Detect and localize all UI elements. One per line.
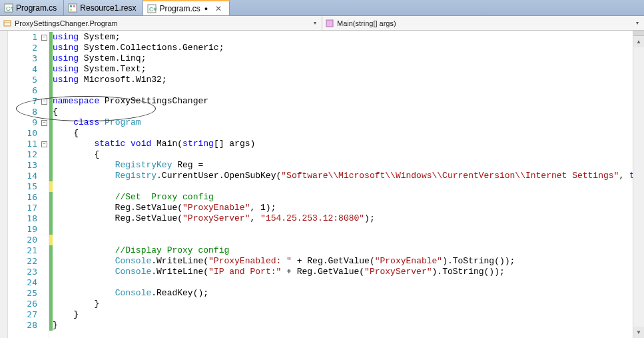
- outline-cell[interactable]: [40, 213, 49, 224]
- line-number: 19: [8, 224, 37, 235]
- line-number: 10: [8, 128, 37, 139]
- tab-program-cs-1[interactable]: C# Program.cs: [0, 0, 64, 15]
- outline-cell[interactable]: [40, 277, 49, 288]
- code-line[interactable]: {: [53, 107, 633, 117]
- outline-cell[interactable]: −: [40, 139, 49, 149]
- code-line[interactable]: {: [53, 128, 633, 139]
- tab-program-cs-active[interactable]: C# Program.cs ● ✕: [143, 0, 230, 15]
- line-number: 8: [8, 107, 37, 117]
- split-handle[interactable]: [633, 31, 644, 36]
- outline-cell[interactable]: [40, 75, 49, 85]
- outline-cell[interactable]: [40, 299, 49, 309]
- csharp-file-icon: C#: [147, 4, 157, 13]
- code-line[interactable]: Console.WriteLine("IP and Port:" + Reg.G…: [53, 267, 633, 277]
- collapse-icon[interactable]: −: [41, 35, 47, 41]
- code-line[interactable]: namespace ProxySettingsChanger: [53, 96, 633, 107]
- class-scope-dropdown[interactable]: ProxySettingsChanger.Program ▾: [0, 16, 322, 30]
- outline-cell[interactable]: [40, 171, 49, 181]
- outline-cell[interactable]: [40, 160, 49, 171]
- line-number: 6: [8, 85, 37, 96]
- code-line[interactable]: [53, 181, 633, 192]
- line-number: 5: [8, 75, 37, 85]
- outline-cell[interactable]: [40, 245, 49, 256]
- svg-rect-10: [326, 20, 333, 27]
- code-line[interactable]: using Microsoft.Win32;: [53, 75, 633, 85]
- close-icon[interactable]: ✕: [214, 5, 222, 13]
- code-line[interactable]: //Set Proxy config: [53, 192, 633, 203]
- code-line[interactable]: using System.Linq;: [53, 53, 633, 64]
- outline-cell[interactable]: −: [40, 32, 49, 43]
- line-number: 13: [8, 160, 37, 171]
- code-line[interactable]: //Display Proxy config: [53, 245, 633, 256]
- code-line[interactable]: class Program: [53, 117, 633, 128]
- outline-cell[interactable]: [40, 107, 49, 117]
- outline-cell[interactable]: [40, 288, 49, 299]
- outline-cell[interactable]: [40, 149, 49, 160]
- outline-cell[interactable]: −: [40, 117, 49, 128]
- outline-cell[interactable]: −: [40, 96, 49, 107]
- outline-cell[interactable]: [40, 64, 49, 75]
- outline-cell[interactable]: [40, 267, 49, 277]
- code-line[interactable]: }: [53, 299, 633, 309]
- scroll-down-icon[interactable]: ▼: [633, 327, 644, 338]
- scroll-track[interactable]: [633, 47, 644, 327]
- outline-cell[interactable]: [40, 256, 49, 267]
- collapse-icon[interactable]: −: [41, 120, 47, 126]
- line-number: 21: [8, 245, 37, 256]
- svg-text:C#: C#: [6, 5, 13, 12]
- code-line[interactable]: }: [53, 320, 633, 331]
- line-number: 12: [8, 149, 37, 160]
- line-number: 4: [8, 64, 37, 75]
- line-number: 2: [8, 43, 37, 53]
- outline-cell[interactable]: [40, 192, 49, 203]
- outline-cell[interactable]: [40, 320, 49, 331]
- outline-cell[interactable]: [40, 43, 49, 53]
- code-editor: 1234567891011121314151617181920212223242…: [0, 31, 644, 338]
- svg-rect-5: [70, 9, 72, 11]
- outline-cell[interactable]: [40, 309, 49, 320]
- tab-resource1-resx[interactable]: Resource1.resx: [64, 0, 143, 15]
- code-line[interactable]: using System.Collections.Generic;: [53, 43, 633, 53]
- chevron-down-icon: ▾: [311, 20, 319, 26]
- code-line[interactable]: Reg.SetValue("ProxyEnable", 1);: [53, 203, 633, 213]
- code-line[interactable]: }: [53, 309, 633, 320]
- code-line[interactable]: [53, 235, 633, 245]
- line-number: 16: [8, 192, 37, 203]
- outline-cell[interactable]: [40, 128, 49, 139]
- line-number-gutter: 1234567891011121314151617181920212223242…: [8, 31, 40, 338]
- collapse-icon[interactable]: −: [41, 99, 47, 105]
- code-line[interactable]: [53, 277, 633, 288]
- method-scope-dropdown[interactable]: Main(string[] args) ▾: [322, 16, 644, 30]
- code-line[interactable]: Registry.CurrentUser.OpenSubKey("Softwar…: [53, 171, 633, 181]
- outline-cell[interactable]: [40, 53, 49, 64]
- outline-cell[interactable]: [40, 181, 49, 192]
- line-number: 17: [8, 203, 37, 213]
- dirty-indicator-icon: ●: [204, 5, 208, 12]
- code-line[interactable]: RegistryKey Reg =: [53, 160, 633, 171]
- outline-cell[interactable]: [40, 235, 49, 245]
- line-number: 23: [8, 267, 37, 277]
- csharp-file-icon: C#: [4, 3, 13, 13]
- breakpoint-margin[interactable]: [0, 31, 8, 338]
- code-area[interactable]: using System;using System.Collections.Ge…: [53, 31, 633, 338]
- code-line[interactable]: {: [53, 149, 633, 160]
- outline-cell[interactable]: [40, 203, 49, 213]
- code-line[interactable]: using System.Text;: [53, 64, 633, 75]
- code-line[interactable]: [53, 85, 633, 96]
- line-number: 28: [8, 320, 37, 331]
- code-line[interactable]: static void Main(string[] args): [53, 139, 633, 149]
- line-number: 7: [8, 96, 37, 107]
- outlining-margin[interactable]: −−−−: [40, 31, 49, 338]
- code-line[interactable]: Console.WriteLine("ProxyEnabled: " + Reg…: [53, 256, 633, 267]
- vertical-scrollbar[interactable]: ▲ ▼: [633, 31, 644, 338]
- line-number: 3: [8, 53, 37, 64]
- outline-cell[interactable]: [40, 85, 49, 96]
- code-line[interactable]: Reg.SetValue("ProxyServer", "154.25.253.…: [53, 213, 633, 224]
- svg-rect-3: [70, 5, 72, 7]
- scroll-up-icon[interactable]: ▲: [633, 36, 644, 47]
- code-line[interactable]: using System;: [53, 32, 633, 43]
- outline-cell[interactable]: [40, 224, 49, 235]
- code-line[interactable]: [53, 224, 633, 235]
- collapse-icon[interactable]: −: [41, 141, 47, 147]
- code-line[interactable]: Console.ReadKey();: [53, 288, 633, 299]
